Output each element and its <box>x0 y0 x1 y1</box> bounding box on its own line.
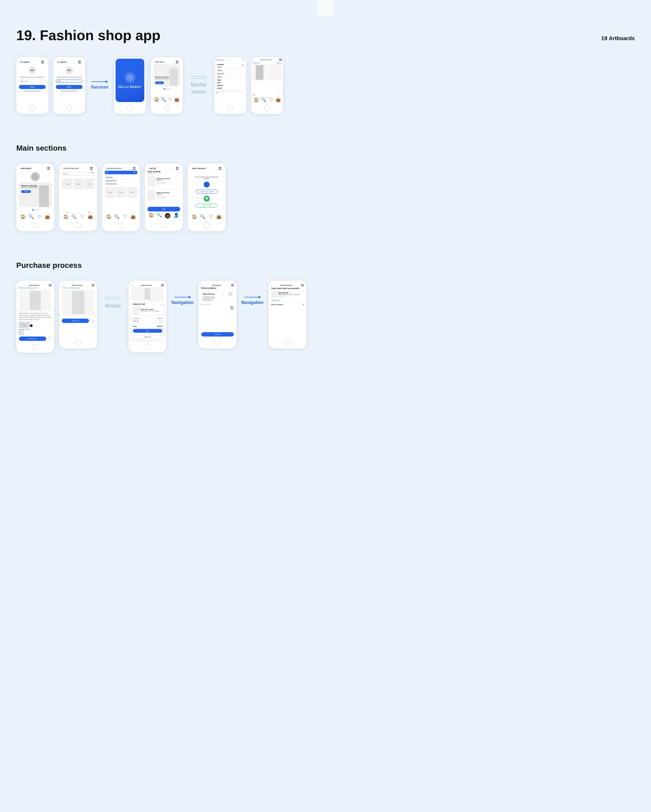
chat-circle-btn[interactable]: 💬 <box>204 196 210 201</box>
back-pd2[interactable]: ‹ <box>62 284 63 287</box>
hamburger-icon-2[interactable] <box>78 61 81 63</box>
search-cat-image[interactable]: Image <box>62 178 72 189</box>
password-field-1[interactable] <box>19 79 46 83</box>
nav-bag-s2[interactable]: 👜 <box>131 215 135 218</box>
hamburger-dresses[interactable] <box>279 59 282 61</box>
home-btn-cat[interactable] <box>227 105 233 111</box>
home-btn-splash[interactable] <box>127 105 133 111</box>
add-cart-btn-1[interactable]: Add to cart <box>19 337 46 341</box>
back-atc[interactable]: ‹ <box>131 284 132 287</box>
home-nav-bar[interactable]: 🏠 🔍 ♡ 👜 <box>154 96 180 102</box>
qty-plus-2[interactable]: + <box>163 196 166 199</box>
forgot-link-2[interactable]: Forgot your password? <box>56 90 82 92</box>
password-field-filled[interactable]: •••••• <box>56 79 82 83</box>
hamburger-main[interactable] <box>47 167 50 169</box>
phone-circle-btn[interactable]: 📞 <box>204 182 210 188</box>
sort-label[interactable]: Sort ↑ <box>216 92 245 93</box>
pd1-color-opt1[interactable]: Off white <box>19 324 29 327</box>
dresses-nav[interactable]: 🏠 🔍 ♡ 👜 <box>253 96 282 102</box>
search-cat-img-2[interactable]: Image <box>105 187 115 198</box>
nav-bag-active[interactable]: 👜 <box>165 213 170 218</box>
nav-bag-cb[interactable]: 👜 <box>217 215 221 218</box>
nav-home-s1[interactable]: 🏠 <box>64 215 68 218</box>
back-pd1[interactable]: ‹ <box>19 284 20 287</box>
forgot-link-1[interactable]: Forgot your password? <box>19 90 46 92</box>
all-dresses-link[interactable]: All dresses <box>253 62 260 64</box>
suggestion-dresses[interactable]: Dresses <box>106 176 136 179</box>
home-btn-pd1[interactable] <box>32 344 38 350</box>
home-btn-s2[interactable] <box>118 223 124 229</box>
chat-button[interactable]: I want to chat <box>196 204 218 208</box>
filters-btn[interactable]: Filters ≡ <box>276 62 282 64</box>
home-btn-2[interactable] <box>66 105 72 111</box>
add-cart-btn-2[interactable]: Add to cart <box>62 319 89 323</box>
search-input-1[interactable] <box>62 172 95 176</box>
search-cat-voi-2[interactable]: Voice <box>127 187 137 198</box>
wishlist-btn-2[interactable]: ♡ <box>90 319 95 323</box>
search-cat-voice[interactable]: Voice <box>84 178 95 189</box>
nav-search-s1[interactable]: 🔍 <box>72 215 76 218</box>
nav-bag-d[interactable]: 👜 <box>276 98 280 102</box>
hamburger-icon-home[interactable] <box>176 61 178 63</box>
product-item-2[interactable] <box>268 64 282 81</box>
nav-search-cb[interactable]: 🔍 <box>201 215 204 218</box>
home-btn-congrats[interactable] <box>285 340 291 346</box>
nav-home-d[interactable]: 🏠 <box>255 98 258 102</box>
nav-heart-icon[interactable]: ♡ <box>168 98 172 101</box>
cancel-login-link[interactable]: Cancel login <box>271 299 304 301</box>
close-cat-btn[interactable]: × <box>242 59 245 61</box>
pay-button-cart[interactable]: Pay <box>148 207 180 211</box>
home-btn-3[interactable] <box>164 105 170 111</box>
order-summary-row[interactable]: Order summary ∨ <box>271 302 304 307</box>
qty-minus-1[interactable]: − <box>157 182 160 185</box>
hamburger-delivery[interactable] <box>231 284 234 287</box>
nav-search-cart[interactable]: 🔍 <box>157 213 161 217</box>
suggestion-short[interactable]: Short dresses <box>106 182 136 185</box>
nav-home-icon[interactable]: 🏠 <box>155 98 159 101</box>
atc-pay-btn[interactable]: Pay <box>133 329 162 333</box>
size-s[interactable]: S <box>19 331 23 335</box>
enter-button-1[interactable]: Enter <box>19 85 46 89</box>
home-btn-delivery[interactable] <box>215 340 221 346</box>
enter-button-2[interactable]: Enter <box>56 85 82 89</box>
nav-bag-icon[interactable]: 👜 <box>175 98 179 101</box>
qty-plus-1[interactable]: + <box>163 182 166 185</box>
search-nav-1[interactable]: 🏠 🔍 ♡ 👜 <box>62 213 95 219</box>
home-btn-1[interactable] <box>29 105 35 111</box>
nav-heart-s1[interactable]: ♡ <box>80 215 84 218</box>
pd1-color-swatch[interactable] <box>30 324 32 327</box>
sort-link[interactable]: Sort ↑ <box>253 93 282 96</box>
nav-home-s2[interactable]: 🏠 <box>107 215 111 218</box>
nav-search-m[interactable]: 🔍 <box>29 215 33 218</box>
hamburger-callback[interactable] <box>219 167 221 169</box>
search-cat-shp-2[interactable]: Shape <box>116 187 126 198</box>
nav-heart-cb[interactable]: ♡ <box>209 215 213 218</box>
nav-heart-m[interactable]: ♡ <box>37 215 41 218</box>
back-delivery[interactable]: ‹ <box>201 284 202 287</box>
home-btn-main[interactable] <box>32 223 38 229</box>
home-btn-dresses[interactable] <box>264 105 270 111</box>
hamburger-icon[interactable] <box>41 61 44 63</box>
home-btn-s1[interactable] <box>75 223 81 229</box>
nav-search-d[interactable]: 🔍 <box>262 98 265 102</box>
nav-heart-s2[interactable]: ♡ <box>123 215 127 218</box>
search-cat-shape[interactable]: Shape <box>73 178 83 189</box>
suggestion-long[interactable]: Long dresses <box>106 179 136 182</box>
product-item-1[interactable] <box>253 64 267 81</box>
continue-btn[interactable]: Continue <box>201 332 234 337</box>
search-nav-2[interactable]: 🏠 🔍 ♡ 👜 <box>105 213 137 219</box>
hamburger-search2[interactable] <box>133 167 136 169</box>
nav-search-s2[interactable]: 🔍 <box>115 215 119 218</box>
nav-home-cart[interactable]: 🏠 <box>149 213 153 217</box>
back-arrow-dresses[interactable]: ‹ <box>253 58 253 61</box>
hamburger-pd1[interactable] <box>49 284 52 287</box>
nav-search-icon[interactable]: 🔍 <box>162 98 165 101</box>
hamburger-atc[interactable] <box>161 284 164 287</box>
nav-heart-d[interactable]: ♡ <box>269 98 273 102</box>
cart-nav[interactable]: 🏠 🔍 👜 👤 <box>148 211 180 219</box>
home-btn-cart[interactable] <box>161 223 167 229</box>
wishlist-btn-1[interactable]: ♡ <box>47 337 52 341</box>
nav-bag-s1[interactable]: 👜 <box>88 215 92 218</box>
atc-see-cart-btn[interactable]: See cart <box>133 335 162 339</box>
home-btn-cb[interactable] <box>204 223 210 229</box>
